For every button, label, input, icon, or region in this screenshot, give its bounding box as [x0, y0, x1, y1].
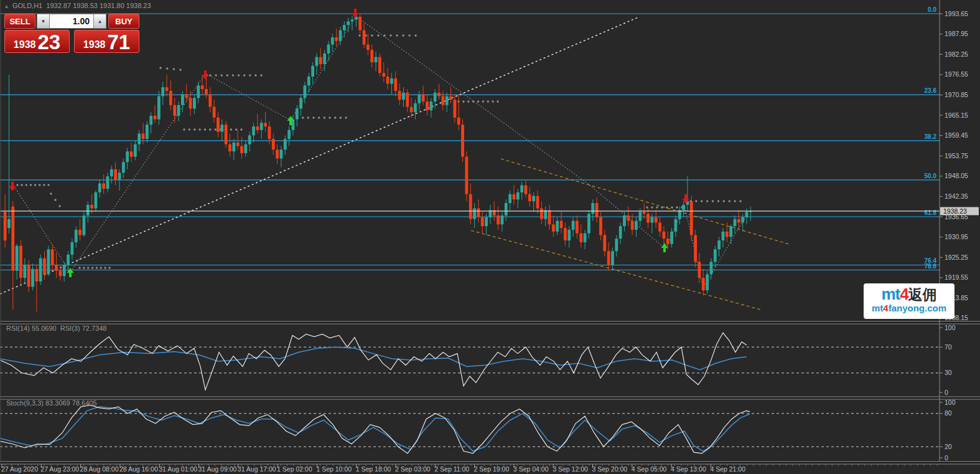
candle — [674, 219, 678, 232]
candle — [193, 98, 196, 108]
candle — [603, 235, 606, 251]
candle — [734, 219, 737, 226]
candle — [347, 21, 350, 25]
candle — [217, 118, 220, 132]
svg-text:28 Aug 16:00: 28 Aug 16:00 — [119, 465, 158, 473]
buy-price-button[interactable]: 1938 71 — [74, 30, 139, 53]
svg-text:4 Sep 13:00: 4 Sep 13:00 — [671, 465, 706, 473]
candle — [536, 196, 539, 209]
candle — [382, 73, 385, 77]
sell-price-button[interactable]: 1938 23 — [4, 30, 70, 53]
candle — [63, 265, 66, 276]
candle — [181, 95, 184, 105]
svg-text:1930.95: 1930.95 — [945, 233, 968, 240]
candle — [327, 44, 330, 53]
svg-text:61.8: 61.8 — [925, 209, 937, 216]
candle — [694, 235, 697, 262]
svg-text:1982.25: 1982.25 — [945, 50, 968, 58]
volume-up-button[interactable]: ▲ — [93, 14, 106, 29]
buy-button[interactable]: BUY — [108, 14, 139, 29]
candle — [4, 212, 7, 240]
svg-text:1976.55: 1976.55 — [945, 70, 968, 78]
candle — [339, 31, 342, 41]
candle — [90, 205, 93, 209]
candle — [469, 194, 472, 219]
svg-text:38.2: 38.2 — [925, 133, 937, 140]
ascending-trendline — [0, 17, 638, 294]
candle — [643, 212, 646, 214]
candle — [698, 262, 701, 278]
candle — [532, 196, 535, 202]
volume-input[interactable] — [50, 14, 93, 29]
candle — [556, 221, 559, 232]
candle — [650, 217, 653, 223]
candle — [213, 107, 216, 118]
rsi-pane: 10070300 — [0, 324, 956, 396]
candle — [481, 217, 484, 226]
svg-text:78.6: 78.6 — [925, 263, 937, 270]
candle — [595, 203, 599, 217]
svg-text:2 Sep 11:00: 2 Sep 11:00 — [434, 465, 469, 473]
candle — [508, 194, 511, 203]
svg-text:1942.35: 1942.35 — [945, 192, 968, 200]
collapse-arrow-icon[interactable]: ▲ — [4, 3, 9, 9]
candle — [378, 57, 381, 73]
candle — [260, 123, 263, 130]
candle — [189, 98, 192, 108]
candle — [67, 255, 70, 265]
candle — [729, 226, 732, 237]
svg-text:1 Sep 10:00: 1 Sep 10:00 — [316, 465, 352, 473]
svg-text:1948.05: 1948.05 — [945, 172, 968, 179]
candle — [27, 265, 30, 287]
candle — [75, 230, 78, 242]
watermark-line1: mt4返佣 — [864, 286, 954, 302]
candle — [220, 125, 223, 131]
candle — [449, 96, 452, 100]
candle — [402, 93, 405, 100]
candle — [106, 176, 110, 189]
candle — [16, 246, 19, 271]
candle — [615, 239, 618, 251]
candle — [418, 95, 421, 103]
time-axis: 27 Aug 202027 Aug 23:0028 Aug 08:0028 Au… — [1, 464, 937, 473]
candle — [485, 217, 488, 226]
candle — [516, 192, 520, 199]
candle — [434, 93, 437, 102]
candle — [43, 258, 46, 275]
candle — [287, 130, 291, 139]
candle — [169, 91, 172, 105]
candle — [453, 100, 456, 118]
candle — [619, 226, 622, 239]
price-chart-canvas[interactable]: 0.023.638.250.061.876.478.61938.231993.6… — [0, 0, 980, 474]
candle — [623, 216, 626, 226]
svg-text:1970.85: 1970.85 — [945, 91, 968, 98]
candle — [737, 219, 740, 223]
candle — [236, 143, 240, 146]
svg-text:3 Sep 04:00: 3 Sep 04:00 — [513, 465, 549, 473]
buy-price-big-figure: 1938 — [83, 39, 106, 50]
candle — [351, 19, 354, 21]
candle — [130, 151, 133, 157]
candle — [513, 194, 516, 200]
candle — [126, 151, 129, 162]
svg-text:0: 0 — [945, 389, 948, 396]
candle — [370, 50, 373, 62]
sell-button[interactable]: SELL — [4, 14, 35, 29]
candle — [587, 214, 590, 233]
candle — [240, 146, 243, 153]
volume-down-button[interactable]: ▼ — [37, 14, 50, 29]
candle — [201, 85, 204, 89]
candle — [358, 17, 362, 31]
svg-text:28 Aug 08:00: 28 Aug 08:00 — [80, 465, 119, 473]
candle — [307, 77, 310, 85]
candle — [232, 143, 235, 151]
one-click-trading-panel: SELL ▼ ▲ BUY 1938 23 1938 71 — [4, 14, 140, 53]
svg-text:30: 30 — [945, 369, 952, 376]
svg-text:4 Sep 05:00: 4 Sep 05:00 — [632, 465, 667, 473]
candle — [185, 95, 188, 98]
candle — [552, 224, 555, 231]
candle — [505, 203, 508, 216]
watermark-logo: mt4返佣 mt4fanyong.com — [864, 283, 954, 319]
svg-text:70: 70 — [945, 343, 952, 351]
candle — [437, 93, 441, 97]
